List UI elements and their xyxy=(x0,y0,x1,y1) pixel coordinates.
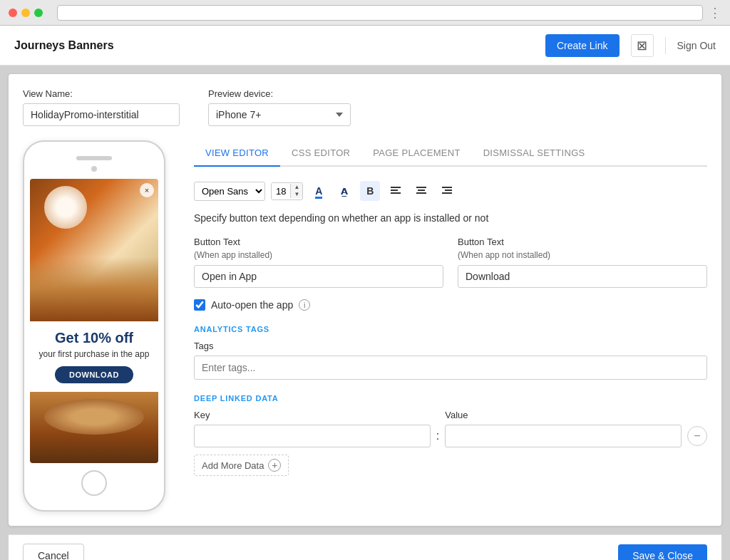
value-input[interactable] xyxy=(445,425,682,447)
tab-dismissal-settings[interactable]: DISMISSAL SETTINGS xyxy=(472,140,597,167)
footer: Cancel Save & Close xyxy=(9,534,721,560)
highlight-color-button[interactable]: A̲ xyxy=(334,181,354,201)
phone-banner: Get 10% off your first purchase in the a… xyxy=(30,321,158,392)
font-size-down-arrow[interactable]: ▼ xyxy=(291,191,302,198)
svg-rect-3 xyxy=(416,187,426,188)
add-more-data-button[interactable]: Add More Data + xyxy=(194,455,289,476)
sign-out-button[interactable]: Sign Out xyxy=(677,40,716,51)
traffic-lights xyxy=(9,9,43,17)
button-text-installed-group: Button Text (When app installed) xyxy=(194,235,443,288)
main-content: View Name: Preview device: iPhone 7+ iPh… xyxy=(9,74,721,526)
form-row: View Name: Preview device: iPhone 7+ iPh… xyxy=(9,74,721,126)
cancel-button[interactable]: Cancel xyxy=(23,544,84,560)
font-size-arrows: ▲ ▼ xyxy=(290,184,302,198)
button-text-not-installed-sublabel: (When app not installed) xyxy=(458,250,550,260)
tabs: VIEW EDITOR CSS EDITOR PAGE PLACEMENT DI… xyxy=(194,140,707,167)
phone-bottom-image xyxy=(30,392,158,463)
analytics-tags-header: ANALYTICS TAGS xyxy=(194,325,707,333)
phone-preview: × Get 10% off your first purchase in the… xyxy=(23,140,180,512)
align-right-icon xyxy=(442,187,452,195)
preview-device-label: Preview device: xyxy=(208,88,351,99)
phone-frame: × Get 10% off your first purchase in the… xyxy=(23,140,165,512)
view-name-group: View Name: xyxy=(23,88,180,126)
save-close-button[interactable]: Save & Close xyxy=(618,544,707,560)
button-text-not-installed-input[interactable] xyxy=(458,265,707,288)
auto-open-checkbox[interactable] xyxy=(194,299,205,311)
svg-rect-6 xyxy=(442,187,452,188)
tab-view-editor[interactable]: VIEW EDITOR xyxy=(194,140,280,167)
svg-rect-4 xyxy=(418,190,425,191)
settings-icon[interactable]: ⊠ xyxy=(631,34,654,57)
kv-separator: : xyxy=(436,415,439,442)
remove-kv-button[interactable]: − xyxy=(687,426,707,446)
tags-label: Tags xyxy=(194,341,707,351)
button-text-installed-input[interactable] xyxy=(194,265,443,288)
app-title: Journeys Banners xyxy=(14,39,545,52)
phone-camera xyxy=(91,166,97,172)
view-name-label: View Name: xyxy=(23,88,180,99)
close-traffic-light[interactable] xyxy=(9,9,17,17)
header-divider xyxy=(665,37,666,54)
tab-css-editor[interactable]: CSS EDITOR xyxy=(280,140,361,167)
analytics-tags-section: ANALYTICS TAGS Tags xyxy=(194,325,707,380)
maximize-traffic-light[interactable] xyxy=(34,9,43,17)
banner-headline: Get 10% off xyxy=(37,330,151,346)
content-split: × Get 10% off your first purchase in the… xyxy=(9,126,721,526)
preview-device-group: Preview device: iPhone 7+ iPhone 6 Samsu… xyxy=(208,88,351,126)
svg-rect-8 xyxy=(442,192,452,194)
button-text-not-installed-group: Button Text (When app not installed) xyxy=(458,235,707,288)
font-size-value: 18 xyxy=(272,183,290,199)
button-text-installed-sublabel: (When app installed) xyxy=(194,250,272,260)
create-link-button[interactable]: Create Link xyxy=(545,34,620,57)
auto-open-row: Auto-open the app i xyxy=(194,299,707,311)
button-text-row: Button Text (When app installed) Button … xyxy=(194,235,707,288)
add-more-data-icon: + xyxy=(268,459,281,472)
auto-open-info-icon[interactable]: i xyxy=(299,299,310,311)
key-column: Key xyxy=(194,410,431,447)
specify-text: Specify button text depending on whether… xyxy=(194,212,707,224)
right-panel: VIEW EDITOR CSS EDITOR PAGE PLACEMENT DI… xyxy=(194,140,707,512)
value-column: Value xyxy=(445,410,682,447)
align-right-button[interactable] xyxy=(437,181,457,201)
button-text-installed-label: Button Text (When app installed) xyxy=(194,235,443,261)
deep-linked-section: DEEP LINKED DATA Key : Value − Add More … xyxy=(194,394,707,476)
key-input[interactable] xyxy=(194,425,431,447)
title-bar-menu-icon[interactable]: ⋮ xyxy=(709,5,721,21)
align-center-icon xyxy=(416,187,426,195)
font-color-button[interactable]: A xyxy=(309,181,329,201)
font-size-control: 18 ▲ ▼ xyxy=(271,182,303,200)
highlight-icon: A̲ xyxy=(341,186,348,197)
auto-open-label: Auto-open the app xyxy=(211,299,293,311)
editor-toolbar: Open Sans Arial Georgia 18 ▲ ▼ A A̲ xyxy=(194,181,707,201)
banner-download-button[interactable]: DOWNLOAD xyxy=(55,366,133,383)
align-center-button[interactable] xyxy=(411,181,431,201)
font-color-icon: A xyxy=(315,185,322,197)
align-left-button[interactable] xyxy=(386,181,406,201)
preview-device-select[interactable]: iPhone 7+ iPhone 6 Samsung Galaxy S8 xyxy=(208,103,351,126)
minimize-traffic-light[interactable] xyxy=(21,9,30,17)
key-value-row: Key : Value − xyxy=(194,410,707,447)
svg-rect-2 xyxy=(391,192,401,194)
font-size-up-arrow[interactable]: ▲ xyxy=(291,184,302,191)
align-left-icon xyxy=(391,187,401,195)
phone-home-button[interactable] xyxy=(81,470,107,496)
font-family-select[interactable]: Open Sans Arial Georgia xyxy=(194,182,265,201)
phone-top-image: × xyxy=(30,179,158,321)
svg-rect-0 xyxy=(391,187,401,188)
tab-page-placement[interactable]: PAGE PLACEMENT xyxy=(361,140,471,167)
tags-input[interactable] xyxy=(194,356,707,380)
key-label: Key xyxy=(194,410,431,420)
phone-screen: × Get 10% off your first purchase in the… xyxy=(30,179,158,463)
view-name-input[interactable] xyxy=(23,103,180,126)
title-bar: ⋮ xyxy=(0,0,730,26)
deep-linked-header: DEEP LINKED DATA xyxy=(194,394,707,403)
svg-rect-7 xyxy=(445,190,452,191)
address-bar[interactable] xyxy=(57,5,703,21)
bold-button[interactable]: B xyxy=(360,181,380,201)
phone-speaker xyxy=(76,156,112,160)
header-actions: Create Link ⊠ Sign Out xyxy=(545,34,716,57)
button-text-not-installed-label-group: Button Text (When app not installed) xyxy=(458,235,707,261)
banner-close-button[interactable]: × xyxy=(140,183,154,197)
app-header: Journeys Banners Create Link ⊠ Sign Out xyxy=(0,26,730,66)
svg-rect-1 xyxy=(391,190,398,191)
